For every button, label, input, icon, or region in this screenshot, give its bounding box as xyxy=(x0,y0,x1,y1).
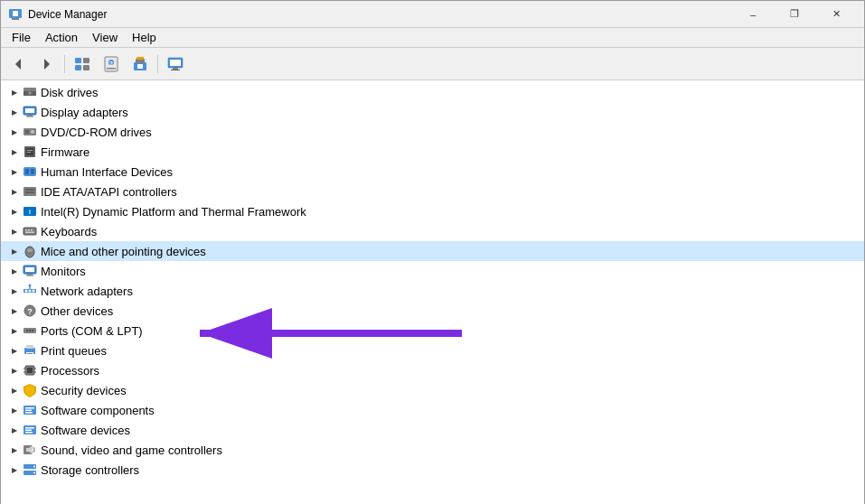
svg-rect-15 xyxy=(137,64,143,69)
svg-rect-72 xyxy=(27,368,33,373)
forward-button[interactable] xyxy=(33,51,61,77)
expander-keyboards[interactable]: ▶ xyxy=(8,225,21,238)
svg-rect-18 xyxy=(170,60,181,66)
tree-item-software-devices[interactable]: ▶Software devices xyxy=(1,420,864,440)
expander-hid[interactable]: ▶ xyxy=(8,165,21,178)
expander-other[interactable]: ▶ xyxy=(8,304,21,317)
tree-item-processors[interactable]: ▶Processors xyxy=(1,360,864,380)
tree-item-security[interactable]: ▶Security devices xyxy=(1,380,864,400)
expander-print[interactable]: ▶ xyxy=(8,344,21,357)
computer-button[interactable] xyxy=(162,51,189,77)
expander-monitors[interactable]: ▶ xyxy=(8,265,21,277)
label-other: Other devices xyxy=(41,304,113,318)
svg-marker-4 xyxy=(44,59,50,70)
svg-rect-16 xyxy=(136,57,144,60)
svg-rect-19 xyxy=(173,68,178,70)
expander-software-components[interactable]: ▶ xyxy=(8,404,21,416)
tree-item-firmware[interactable]: ▶Firmware xyxy=(1,142,864,162)
app-window: Device Manager – ❐ ✕ File Action View He… xyxy=(0,0,865,504)
svg-rect-54 xyxy=(26,275,33,276)
svg-rect-53 xyxy=(27,274,33,275)
expander-network[interactable]: ▶ xyxy=(8,285,21,297)
expander-dvd-rom[interactable]: ▶ xyxy=(8,126,21,138)
tree-item-intel[interactable]: ▶iIntel(R) Dynamic Platform and Thermal … xyxy=(1,201,864,221)
label-disk-drives: Disk drives xyxy=(41,86,99,99)
title-bar-controls: – ❐ ✕ xyxy=(732,1,857,28)
svg-rect-66 xyxy=(32,330,33,331)
expander-ports[interactable]: ▶ xyxy=(8,324,21,337)
tree-item-keyboards[interactable]: ▶Keyboards xyxy=(1,221,864,241)
expander-display-adapters[interactable]: ▶ xyxy=(8,106,21,118)
tree-item-hid[interactable]: ▶Human Interface Devices xyxy=(1,162,864,182)
expander-disk-drives[interactable]: ▶ xyxy=(8,86,21,98)
expander-security[interactable]: ▶ xyxy=(8,384,21,397)
tree-item-dvd-rom[interactable]: ▶DVD/CD-ROM drives xyxy=(1,122,864,142)
label-ports: Ports (COM & LPT) xyxy=(41,324,143,338)
label-network: Network adapters xyxy=(41,285,133,298)
icon-proc xyxy=(23,363,37,378)
svg-rect-27 xyxy=(26,117,33,117)
back-button[interactable] xyxy=(5,51,32,77)
tree-item-other[interactable]: ▶?Other devices xyxy=(1,301,864,321)
expander-software-devices[interactable]: ▶ xyxy=(8,424,21,436)
label-mice: Mice and other pointing devices xyxy=(41,245,206,258)
label-security: Security devices xyxy=(41,384,127,397)
toolbar-sep-2 xyxy=(157,55,158,73)
expander-ide[interactable]: ▶ xyxy=(8,185,21,198)
toolbar: ? xyxy=(1,48,864,80)
svg-point-23 xyxy=(29,92,32,95)
svg-rect-82 xyxy=(25,427,34,429)
tree-item-display-adapters[interactable]: ▶Display adapters xyxy=(1,102,864,122)
close-button[interactable]: ✕ xyxy=(815,1,857,28)
svg-point-57 xyxy=(29,290,32,293)
tree-item-monitors[interactable]: ▶Monitors xyxy=(1,261,864,281)
icon-sound xyxy=(23,443,37,457)
icon-ports xyxy=(23,323,37,338)
svg-point-50 xyxy=(27,248,33,252)
expander-processors[interactable]: ▶ xyxy=(8,364,21,377)
menu-view[interactable]: View xyxy=(85,29,125,46)
label-hid: Human Interface Devices xyxy=(41,165,173,179)
tree-item-software-components[interactable]: ▶Software components xyxy=(1,400,864,420)
menu-help[interactable]: Help xyxy=(125,29,164,46)
update-driver-icon xyxy=(131,55,149,73)
tree-item-mice[interactable]: ▶Mice and other pointing devices xyxy=(1,241,864,261)
app-icon xyxy=(8,7,23,22)
menu-file[interactable]: File xyxy=(5,29,38,46)
update-driver-button[interactable] xyxy=(127,51,154,77)
expander-firmware[interactable]: ▶ xyxy=(8,145,21,158)
minimize-button[interactable]: – xyxy=(732,1,774,28)
expander-storage[interactable]: ▶ xyxy=(8,463,21,476)
svg-rect-65 xyxy=(29,330,31,331)
properties-button[interactable]: ? xyxy=(98,51,125,77)
label-display-adapters: Display adapters xyxy=(41,106,128,119)
icon-software xyxy=(23,403,37,417)
menu-action[interactable]: Action xyxy=(38,29,85,46)
svg-rect-36 xyxy=(25,169,29,174)
icon-software xyxy=(23,423,37,437)
restore-button[interactable]: ❐ xyxy=(774,1,815,28)
tree-item-ide[interactable]: ▶IDE ATA/ATAPI controllers xyxy=(1,182,864,201)
svg-text:i: i xyxy=(29,209,31,215)
svg-text:?: ? xyxy=(109,61,113,67)
label-monitors: Monitors xyxy=(41,265,86,278)
tree-item-network[interactable]: ▶Network adapters xyxy=(1,281,864,301)
expander-intel[interactable]: ▶ xyxy=(8,205,21,218)
icon-dvd xyxy=(23,125,37,139)
label-software-devices: Software devices xyxy=(41,424,130,437)
tree-item-ports[interactable]: ▶Ports (COM & LPT) xyxy=(1,321,864,341)
tree-item-sound[interactable]: ▶Sound, video and game controllers xyxy=(1,440,864,460)
show-hidden-button[interactable] xyxy=(69,51,96,77)
tree-item-print[interactable]: ▶Print queues xyxy=(1,341,864,360)
tree-item-disk-drives[interactable]: ▶Disk drives xyxy=(1,82,864,102)
label-intel: Intel(R) Dynamic Platform and Thermal Fr… xyxy=(41,205,306,219)
expander-mice[interactable]: ▶ xyxy=(8,245,21,257)
label-firmware: Firmware xyxy=(41,145,89,159)
tree-view[interactable]: ▶Disk drives▶Display adapters▶DVD/CD-ROM… xyxy=(1,80,864,504)
icon-mouse xyxy=(23,244,37,258)
svg-rect-34 xyxy=(27,152,31,153)
svg-rect-26 xyxy=(27,115,33,117)
tree-item-storage[interactable]: ▶Storage controllers xyxy=(1,460,864,480)
svg-rect-5 xyxy=(75,58,81,63)
expander-sound[interactable]: ▶ xyxy=(8,443,21,456)
